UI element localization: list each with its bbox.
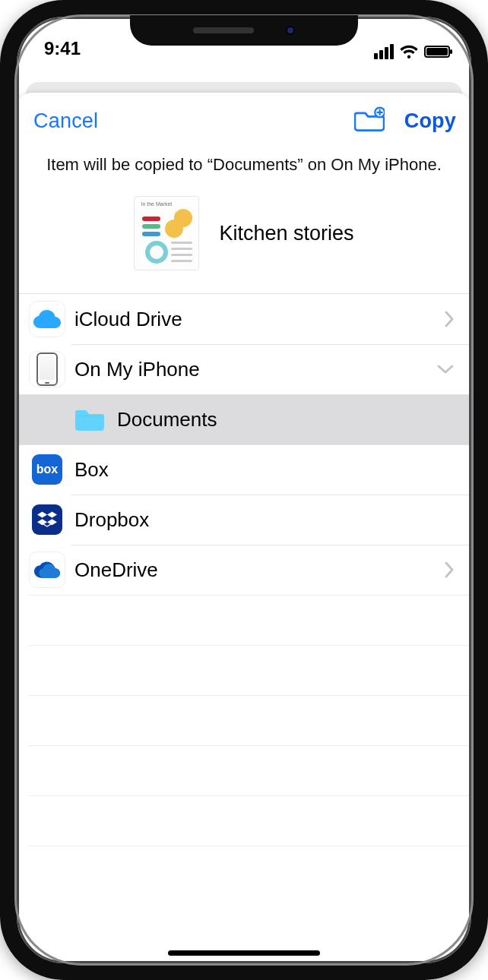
copy-sheet: Cancel Copy Item will be copied to “Docu… bbox=[17, 93, 471, 963]
chevron-down-icon bbox=[436, 364, 455, 375]
cancel-button[interactable]: Cancel bbox=[33, 109, 98, 133]
location-label: Box bbox=[74, 458, 455, 482]
location-icloud-drive[interactable]: iCloud Drive bbox=[17, 294, 471, 344]
chevron-right-icon bbox=[444, 310, 455, 328]
cellular-icon bbox=[374, 44, 394, 59]
dropbox-icon bbox=[29, 501, 65, 538]
empty-rows bbox=[17, 595, 471, 896]
onedrive-icon bbox=[29, 552, 65, 588]
chevron-right-icon bbox=[444, 561, 455, 579]
destination-message: Item will be copied to “Documents” on On… bbox=[17, 147, 471, 175]
item-thumbnail: In the Market bbox=[134, 196, 199, 270]
home-indicator[interactable] bbox=[168, 950, 320, 956]
location-label: Dropbox bbox=[74, 508, 455, 532]
location-on-my-iphone[interactable]: On My iPhone bbox=[17, 344, 471, 394]
location-label: iCloud Drive bbox=[74, 308, 444, 331]
location-label: On My iPhone bbox=[74, 358, 436, 381]
locations-list: iCloud Drive On My iPhone Documents box bbox=[17, 293, 471, 896]
item-title: Kitchen stories bbox=[219, 222, 353, 245]
folder-icon bbox=[71, 401, 108, 438]
new-folder-button[interactable] bbox=[354, 106, 385, 135]
item-preview: In the Market Kitchen stories bbox=[17, 175, 471, 293]
location-onedrive[interactable]: OneDrive bbox=[17, 545, 471, 595]
box-icon: box bbox=[29, 451, 65, 488]
new-folder-icon bbox=[354, 106, 385, 132]
status-time: 9:41 bbox=[44, 38, 81, 59]
copy-button[interactable]: Copy bbox=[404, 109, 456, 133]
location-box[interactable]: box Box bbox=[17, 444, 471, 495]
iphone-icon bbox=[29, 351, 65, 387]
location-label: OneDrive bbox=[74, 558, 444, 582]
icloud-icon bbox=[29, 301, 65, 337]
battery-icon bbox=[424, 46, 450, 58]
wifi-icon bbox=[400, 45, 418, 58]
location-dropbox[interactable]: Dropbox bbox=[17, 495, 471, 545]
location-documents[interactable]: Documents bbox=[17, 394, 471, 444]
location-label: Documents bbox=[117, 408, 455, 432]
